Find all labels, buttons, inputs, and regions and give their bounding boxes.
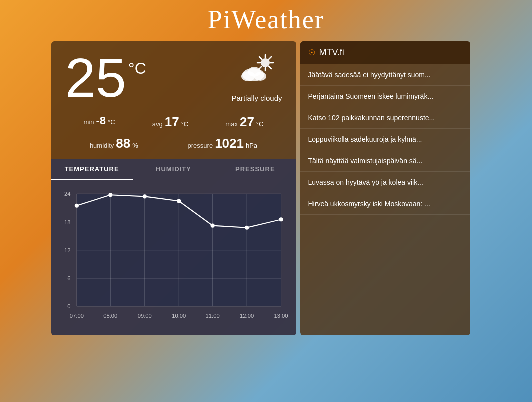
pressure-value: 1021 (215, 136, 244, 151)
tab-temperature[interactable]: TEMPERATURE (51, 159, 133, 180)
rss-icon: ☉ (308, 48, 315, 57)
stats-row-humidity-pressure: humidity 88 % pressure 1021 hPa (51, 134, 296, 159)
temperature-chart: .grid-line { stroke: rgba(255,255,255,0.… (56, 185, 291, 330)
news-header: ☉ MTV.fi (300, 41, 470, 64)
avg-temp: avg 17 °C (152, 114, 188, 130)
avg-unit: °C (181, 120, 189, 128)
avg-label: avg (152, 120, 163, 128)
weather-description: Partially cloudy (232, 94, 282, 102)
svg-text:09:00: 09:00 (137, 313, 151, 319)
svg-text:12:00: 12:00 (240, 313, 254, 319)
svg-text:24: 24 (64, 191, 70, 197)
app-title: PiWeather (208, 0, 324, 41)
svg-text:6: 6 (67, 275, 70, 281)
min-value: -8 (96, 114, 106, 127)
svg-text:11:00: 11:00 (205, 313, 219, 319)
main-container: 25 °C (51, 41, 481, 335)
humidity-label: humidity (90, 142, 114, 149)
weather-icon-area: Partially cloudy (232, 54, 282, 102)
svg-text:07:00: 07:00 (69, 313, 83, 319)
news-list[interactable]: Jäätävä sadesää ei hyydyttänyt suom...Pe… (300, 64, 470, 335)
data-dot-1200 (245, 226, 249, 230)
svg-text:0: 0 (67, 303, 70, 309)
max-temp: max 27 °C (225, 114, 263, 130)
svg-line-7 (259, 57, 262, 59)
news-source: MTV.fi (319, 47, 344, 58)
svg-point-12 (248, 67, 261, 77)
max-unit: °C (256, 120, 264, 128)
pressure-label: pressure (188, 142, 213, 149)
max-label: max (225, 120, 238, 128)
svg-text:08:00: 08:00 (103, 313, 117, 319)
data-dot-1100 (210, 224, 214, 228)
pressure-unit: hPa (246, 142, 257, 149)
data-dot-0900 (142, 194, 146, 198)
news-item[interactable]: Katso 102 paikkakunnan superennuste... (300, 107, 470, 129)
svg-text:13:00: 13:00 (274, 313, 288, 319)
weather-condition-icon (234, 54, 279, 89)
avg-value: 17 (165, 114, 179, 130)
news-item[interactable]: Jäätävä sadesää ei hyydyttänyt suom... (300, 64, 470, 86)
temperature-value: 25 (65, 50, 126, 105)
temperature-display: 25 °C (65, 50, 146, 105)
stats-row-temp: min -8 °C avg 17 °C max 27 °C (51, 110, 296, 134)
humidity-value: 88 (116, 136, 130, 151)
max-value: 27 (240, 114, 254, 130)
news-item[interactable]: Loppuviikolla sadekuuroja ja kylmä... (300, 129, 470, 150)
humidity-unit: % (132, 142, 138, 149)
humidity-stat: humidity 88 % (90, 136, 138, 151)
svg-text:12: 12 (64, 247, 70, 253)
news-item[interactable]: Tältä näyttää valmistujaispäivän sä... (300, 150, 470, 172)
data-dot-0700 (74, 204, 78, 208)
data-dot-0800 (108, 193, 112, 197)
min-label: min (84, 118, 94, 126)
min-temp: min -8 °C (84, 114, 115, 130)
svg-text:18: 18 (64, 219, 70, 225)
pressure-stat: pressure 1021 hPa (188, 136, 258, 151)
data-dot-1000 (177, 199, 181, 203)
svg-line-6 (269, 66, 271, 69)
tab-humidity[interactable]: HUMIDITY (133, 159, 214, 180)
min-unit: °C (108, 118, 115, 126)
chart-area: .grid-line { stroke: rgba(255,255,255,0.… (51, 180, 296, 335)
left-panel: 25 °C (51, 41, 296, 335)
chart-tabs: TEMPERATURE HUMIDITY PRESSURE (51, 159, 296, 180)
svg-point-8 (261, 58, 270, 67)
svg-line-5 (259, 66, 262, 69)
tab-pressure[interactable]: PRESSURE (214, 159, 296, 180)
temperature-unit: °C (128, 59, 146, 78)
data-dot-1300 (279, 217, 283, 221)
news-item[interactable]: Luvassa on hyytävä yö ja kolea viik... (300, 172, 470, 193)
right-panel: ☉ MTV.fi Jäätävä sadesää ei hyydyttänyt … (300, 41, 470, 335)
svg-text:10:00: 10:00 (172, 313, 186, 319)
news-item[interactable]: Perjantaina Suomeen iskee lumimyräk... (300, 86, 470, 107)
news-item[interactable]: Hirveä ukkosmyrsky iski Moskovaan: ... (300, 193, 470, 215)
weather-top: 25 °C (51, 41, 296, 110)
svg-line-4 (269, 57, 271, 59)
chart-section: TEMPERATURE HUMIDITY PRESSURE .grid-line… (51, 159, 296, 335)
